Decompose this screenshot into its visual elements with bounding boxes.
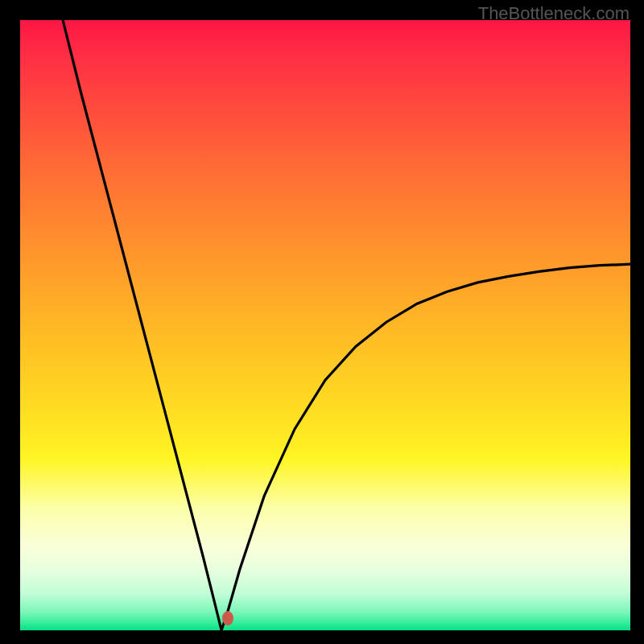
optimal-point-marker xyxy=(222,611,233,625)
chart-plot-area xyxy=(20,20,630,630)
watermark: TheBottleneck.com xyxy=(478,3,630,24)
bottleneck-curve xyxy=(20,20,630,630)
